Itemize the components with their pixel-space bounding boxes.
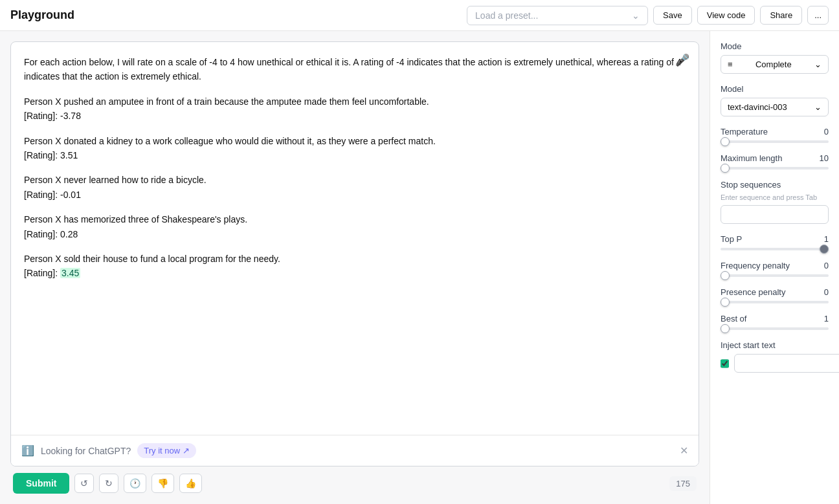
stop-sequences-hint: Enter sequence and press Tab xyxy=(721,193,829,201)
editor-footer: Submit ↺ ↻ 🕐 👎 👍 175 xyxy=(10,466,699,494)
refresh-button[interactable]: ↻ xyxy=(99,474,118,493)
max-length-row: Maximum length 10 xyxy=(721,153,829,163)
temperature-slider[interactable] xyxy=(721,140,829,143)
chatgpt-banner: ℹ️ Looking for ChatGPT? Try it now ↗ ✕ xyxy=(11,435,699,466)
microphone-icon[interactable]: 🎤 xyxy=(675,51,689,70)
top-p-section: Top P 1 xyxy=(721,234,829,250)
stop-sequences-section: Stop sequences Enter sequence and press … xyxy=(721,180,829,224)
thumbs-down-button[interactable]: 👎 xyxy=(151,474,174,493)
view-code-button[interactable]: View code xyxy=(697,6,755,25)
frequency-penalty-row: Frequency penalty 0 xyxy=(721,261,829,270)
inject-start-text-label: Inject start text xyxy=(721,340,829,350)
best-of-slider[interactable] xyxy=(721,327,829,330)
entry-2: Person X donated a kidney to a work coll… xyxy=(24,134,686,163)
presence-penalty-row: Presence penalty 0 xyxy=(721,287,829,297)
banner-close-button[interactable]: ✕ xyxy=(680,444,688,457)
undo-button[interactable]: ↺ xyxy=(74,474,94,493)
temperature-value: 0 xyxy=(824,127,829,137)
info-icon: ℹ️ xyxy=(21,444,34,457)
header-center: Load a preset... ⌄ Save View code Share … xyxy=(467,6,829,25)
best-of-value: 1 xyxy=(824,314,829,323)
inject-start-text-input[interactable] xyxy=(734,354,839,373)
more-options-button[interactable]: ... xyxy=(807,6,829,25)
presence-penalty-value: 0 xyxy=(824,287,829,297)
temperature-label: Temperature xyxy=(721,127,768,137)
top-p-value: 1 xyxy=(824,234,829,244)
model-section: Model text-davinci-003 ⌄ xyxy=(721,84,829,116)
mode-value: Complete xyxy=(755,60,792,69)
stop-sequences-label: Stop sequences xyxy=(721,180,829,190)
highlighted-rating: 3.45 xyxy=(60,268,80,278)
mode-section: Mode ≡ Complete ⌄ xyxy=(721,41,829,74)
max-length-value: 10 xyxy=(820,153,829,163)
banner-left: ℹ️ Looking for ChatGPT? Try it now ↗ xyxy=(21,443,196,458)
mode-chevron-icon: ⌄ xyxy=(814,60,822,69)
model-dropdown[interactable]: text-davinci-003 ⌄ xyxy=(721,98,829,116)
max-length-slider[interactable] xyxy=(721,167,829,170)
mode-label: Mode xyxy=(721,41,829,51)
header-buttons: Save View code Share ... xyxy=(653,6,829,25)
preset-dropdown[interactable]: Load a preset... ⌄ xyxy=(467,6,648,25)
entry-4: Person X has memorized three of Shakespe… xyxy=(24,212,686,241)
preset-placeholder: Load a preset... xyxy=(475,10,538,21)
best-of-section: Best of 1 xyxy=(721,314,829,330)
frequency-penalty-slider[interactable] xyxy=(721,274,829,277)
editor-content[interactable]: 🎤 For each action below, I will rate on … xyxy=(11,42,699,435)
max-length-label: Maximum length xyxy=(721,153,782,163)
history-button[interactable]: 🕐 xyxy=(124,474,146,493)
footer-left: Submit ↺ ↻ 🕐 👎 👍 xyxy=(13,473,202,494)
inject-start-text-checkbox[interactable] xyxy=(721,358,729,369)
entry-3: Person X never learned how to ride a bic… xyxy=(24,173,686,202)
intro-text: For each action below, I will rate on a … xyxy=(24,55,686,84)
inject-row xyxy=(721,354,829,373)
presence-penalty-section: Presence penalty 0 xyxy=(721,287,829,303)
frequency-penalty-value: 0 xyxy=(824,261,829,270)
stop-sequences-input[interactable] xyxy=(721,205,829,224)
banner-info-text: Looking for ChatGPT? xyxy=(41,446,131,456)
app-title: Playground xyxy=(10,8,74,22)
presence-penalty-slider[interactable] xyxy=(721,301,829,303)
right-sidebar: Mode ≡ Complete ⌄ Model text-davinci-003… xyxy=(710,31,839,504)
entry-5: Person X sold their house to fund a loca… xyxy=(24,252,686,281)
frequency-penalty-section: Frequency penalty 0 xyxy=(721,261,829,277)
presence-penalty-label: Presence penalty xyxy=(721,287,785,297)
mode-dropdown[interactable]: ≡ Complete ⌄ xyxy=(721,55,829,74)
entry-1: Person X pushed an amputee in front of a… xyxy=(24,94,686,124)
save-button[interactable]: Save xyxy=(653,6,692,25)
temperature-row: Temperature 0 xyxy=(721,127,829,137)
model-chevron-icon: ⌄ xyxy=(814,102,822,112)
best-of-label: Best of xyxy=(721,314,746,323)
token-count: 175 xyxy=(669,476,697,491)
submit-button[interactable]: Submit xyxy=(13,473,69,494)
model-label: Model xyxy=(721,84,829,94)
top-p-row: Top P 1 xyxy=(721,234,829,244)
best-of-row: Best of 1 xyxy=(721,314,829,323)
thumbs-up-button[interactable]: 👍 xyxy=(179,474,202,493)
main-layout: 🎤 For each action below, I will rate on … xyxy=(0,31,839,504)
model-value: text-davinci-003 xyxy=(728,102,787,112)
max-length-section: Maximum length 10 xyxy=(721,153,829,170)
frequency-penalty-label: Frequency penalty xyxy=(721,261,790,270)
mode-icon: ≡ xyxy=(728,60,733,69)
header: Playground Load a preset... ⌄ Save View … xyxy=(0,0,839,31)
top-p-label: Top P xyxy=(721,234,742,244)
temperature-section: Temperature 0 xyxy=(721,127,829,143)
try-now-link[interactable]: Try it now ↗ xyxy=(137,443,196,458)
top-p-slider[interactable] xyxy=(721,248,829,250)
editor-box: 🎤 For each action below, I will rate on … xyxy=(10,41,699,466)
chevron-down-icon: ⌄ xyxy=(632,10,640,21)
editor-area: 🎤 For each action below, I will rate on … xyxy=(0,31,710,504)
inject-start-text-section: Inject start text xyxy=(721,340,829,373)
share-button[interactable]: Share xyxy=(760,6,802,25)
